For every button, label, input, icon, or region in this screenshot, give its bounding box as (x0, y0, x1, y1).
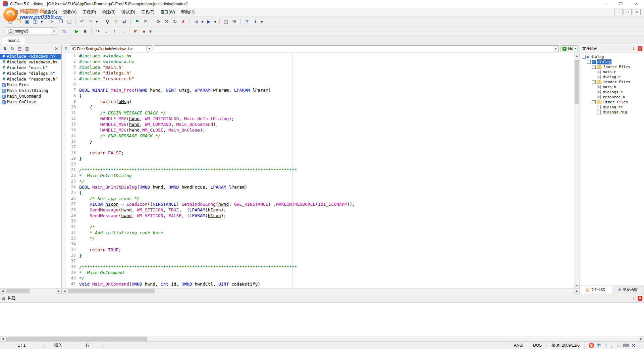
symbol-item[interactable]: ##include <windows.h> (0, 54, 61, 59)
scrollbar-thumb[interactable] (6, 337, 147, 341)
tree-item[interactable]: hmain.h (580, 85, 644, 90)
line-number[interactable]: 2 (62, 59, 79, 64)
new-file-button[interactable]: ❏ (6, 17, 14, 26)
step-out-button[interactable]: ↑ (110, 27, 119, 35)
run-to-cursor-button[interactable]: → (119, 27, 127, 35)
chevron-down-icon[interactable]: ▾ (51, 28, 57, 35)
line-number[interactable]: 13 (62, 121, 79, 127)
line-number[interactable]: 14 (62, 127, 79, 133)
symbol-item[interactable]: ##include "dialogs.h" (0, 71, 61, 77)
line-number[interactable]: 8 (62, 93, 79, 99)
line-number[interactable]: 34 (62, 241, 79, 247)
line-number[interactable]: 33 (62, 236, 79, 241)
symbol-item[interactable]: ##include "resource.h" (0, 77, 61, 82)
line-number[interactable]: 20 (62, 161, 79, 167)
symbol-panel-hscrollbar[interactable]: ◀ ▶ (0, 288, 61, 294)
close-button[interactable]: ✕ (629, 0, 644, 8)
run-button[interactable]: ▶ (72, 27, 81, 35)
split-window-button[interactable]: ◫ (222, 17, 230, 26)
line-number[interactable]: 26 (62, 196, 79, 201)
replace-button[interactable]: ⇄ (120, 17, 128, 26)
line-number[interactable]: 12 (62, 116, 79, 121)
scroll-right-icon[interactable]: ▶ (56, 289, 61, 294)
expand-tray-icon[interactable]: ↑ (638, 343, 640, 348)
tree-item[interactable]: −Source Files (580, 64, 644, 69)
tree-item[interactable]: hresource.h (580, 95, 644, 100)
symbol-search-select[interactable]: ▾ (154, 45, 559, 52)
menu-item[interactable]: 工程(P) (79, 8, 99, 16)
refresh-symbols-button[interactable]: ↻ (9, 45, 16, 52)
tile-windows-button[interactable]: ⊞ (230, 17, 238, 26)
menu-item[interactable]: 搜索(S) (41, 8, 60, 16)
line-number[interactable]: 38 (62, 264, 79, 270)
symbol-details-button[interactable]: ▤ (16, 45, 23, 52)
mdi-close-button[interactable]: ✕ (633, 9, 641, 15)
build-output[interactable] (0, 303, 644, 336)
expander-icon[interactable]: − (592, 80, 596, 84)
toolbox-icon[interactable]: ⚒ (632, 343, 636, 348)
line-number[interactable]: 5 (62, 76, 79, 82)
go-button[interactable]: ▸ Go ▾ (560, 45, 578, 52)
save-menu-button[interactable]: ▾ (40, 17, 44, 26)
toolbar-grip[interactable] (3, 18, 4, 24)
build-hscrollbar[interactable]: ◀ ▶ (0, 336, 644, 341)
symbol-item[interactable]: ##include "main.h" (0, 65, 61, 71)
sogou-logo-icon[interactable]: S (589, 343, 594, 348)
paste-button[interactable]: ❑ (65, 17, 73, 26)
tree-item[interactable]: −Header Files (580, 80, 644, 85)
pin-icon[interactable]: ↧ (630, 295, 637, 302)
tree-item[interactable]: hdialogs.h (580, 90, 644, 95)
scroll-left-icon[interactable]: ◀ (62, 289, 67, 294)
editor-hscrollbar[interactable]: ◀ ▶ (62, 288, 580, 294)
close-icon[interactable]: ✕ (638, 296, 642, 301)
line-number[interactable]: 24 (62, 184, 79, 190)
pin-icon[interactable]: ↧ (630, 45, 637, 52)
compile-button[interactable]: ⚙ (154, 17, 162, 26)
find-in-files-button[interactable]: ⚲ (112, 17, 120, 26)
navigate-forward-button[interactable]: ▶ (205, 17, 213, 26)
menu-item[interactable]: 查看(V) (60, 8, 79, 16)
editor-vscrollbar[interactable]: ▲ ▼ (574, 53, 580, 288)
menu-item[interactable]: 构建(B) (99, 8, 118, 16)
rebuild-button[interactable]: ↻ (171, 17, 179, 26)
scrollbar-track[interactable] (5, 289, 56, 294)
restore-button[interactable]: ❐ (613, 0, 629, 8)
forward-menu-button[interactable]: ▾ (213, 17, 217, 26)
undo-menu-button[interactable]: ▾ (95, 17, 99, 26)
expander-icon[interactable]: − (592, 100, 596, 104)
save-all-button[interactable]: ◫ (31, 17, 40, 26)
mdi-restore-button[interactable]: ❐ (624, 9, 632, 15)
line-number[interactable]: 25 (62, 190, 79, 196)
soft-keyboard-icon[interactable]: ⌨ (623, 343, 629, 348)
build-button[interactable]: ⚒ (162, 17, 171, 26)
line-number[interactable]: 39 (62, 270, 79, 276)
line-number[interactable]: 16 (62, 139, 79, 144)
line-number[interactable]: 10 (62, 104, 79, 110)
menu-item[interactable]: 编辑(E) (21, 8, 41, 16)
scroll-left-icon[interactable]: ◀ (0, 289, 5, 294)
sort-symbols-button[interactable]: ⇅ (2, 45, 8, 52)
compiler-select[interactable]: [D] mingw5 ▾ (6, 28, 57, 35)
menu-item[interactable]: 帮助(H) (178, 8, 198, 16)
scroll-down-icon[interactable]: ▼ (574, 283, 580, 288)
expander-icon[interactable]: − (582, 55, 586, 59)
line-number[interactable]: 29 (62, 213, 79, 218)
line-number[interactable]: 23 (62, 179, 79, 184)
scrollbar-track[interactable] (5, 336, 639, 341)
chinese-mode-icon[interactable]: 中 (596, 343, 601, 348)
minimize-button[interactable]: ─ (598, 0, 613, 8)
tree-item[interactable]: dialog.rc (580, 105, 644, 110)
copy-button[interactable]: ❐ (57, 17, 65, 26)
code-area[interactable]: 1#include <windows.h>2#include <windowsx… (62, 53, 574, 288)
halfwidth-moon-icon[interactable]: ☽ (603, 343, 607, 348)
redo-button[interactable]: ↷ (86, 17, 95, 26)
toggle-bookmark-button[interactable]: ⚑ (133, 17, 141, 26)
line-number[interactable]: 28 (62, 207, 79, 213)
line-number[interactable]: 31 (62, 224, 79, 230)
line-number[interactable]: 22 (62, 173, 79, 179)
scroll-right-icon[interactable]: ▶ (574, 289, 580, 294)
back-menu-button[interactable]: ▾ (200, 17, 205, 26)
line-number[interactable]: 1 (62, 53, 79, 59)
scroll-left-icon[interactable]: ◀ (0, 336, 5, 341)
help-button[interactable]: ? (243, 17, 251, 26)
